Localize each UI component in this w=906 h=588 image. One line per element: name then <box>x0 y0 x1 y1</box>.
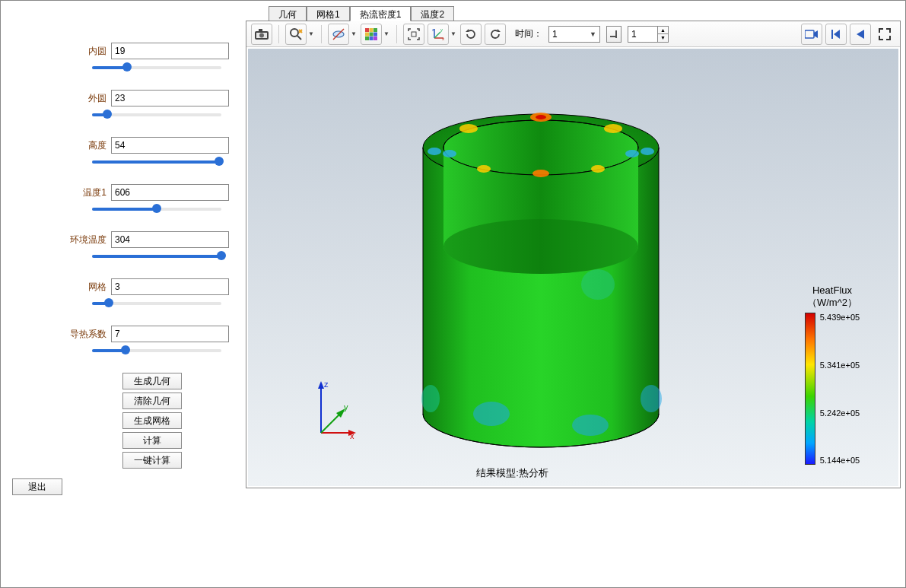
svg-line-22 <box>434 32 440 38</box>
svg-point-45 <box>581 269 615 300</box>
clear-geometry-button[interactable]: 清除几何 <box>122 393 182 409</box>
svg-point-39 <box>641 148 654 155</box>
record-icon[interactable] <box>801 24 822 45</box>
step-spinner[interactable]: 1 ▲▼ <box>628 26 669 43</box>
action-buttons: 生成几何 清除几何 生成网格 计算 一键计算 <box>8 373 237 469</box>
zoom-dropdown[interactable]: ▼ <box>307 24 315 45</box>
heatflux-model <box>408 87 674 459</box>
render-style-dropdown[interactable]: ▼ <box>383 24 390 45</box>
svg-rect-16 <box>365 37 369 40</box>
svg-rect-13 <box>365 32 369 36</box>
svg-point-43 <box>443 150 456 157</box>
param-temp1-slider[interactable] <box>92 204 221 215</box>
svg-rect-17 <box>370 37 374 40</box>
param-outer-input[interactable] <box>111 90 229 106</box>
one-click-compute-button[interactable]: 一键计算 <box>122 452 182 469</box>
chevron-down-icon: ▼ <box>590 30 596 38</box>
param-conduct-slider[interactable] <box>92 345 221 356</box>
param-height: 高度 <box>8 137 237 154</box>
tab-mesh1[interactable]: 网格1 <box>307 6 350 21</box>
step-up-icon[interactable]: ▲ <box>658 27 668 35</box>
svg-rect-12 <box>374 28 377 32</box>
viewport[interactable]: z y x HeatFlux （W/m^2） 5.439e+05 <box>248 49 898 486</box>
param-height-input[interactable] <box>111 137 229 154</box>
svg-rect-18 <box>374 37 377 40</box>
axis-view-dropdown[interactable]: ▼ <box>450 24 457 45</box>
svg-point-44 <box>625 150 639 157</box>
axis-z-label: z <box>324 380 329 389</box>
param-conduct: 导热系数 <box>8 326 237 342</box>
param-ambient-label: 环境温度 <box>65 234 111 246</box>
clip-plane-icon[interactable] <box>328 24 349 45</box>
param-temp1-input[interactable] <box>111 184 229 201</box>
rotate-ccw-icon[interactable] <box>485 24 506 45</box>
legend-colorbar <box>805 313 815 465</box>
svg-rect-10 <box>365 28 369 32</box>
clip-plane-dropdown[interactable]: ▼ <box>350 24 358 45</box>
svg-rect-27 <box>610 36 617 37</box>
param-conduct-input[interactable] <box>111 326 229 342</box>
render-style-icon[interactable] <box>361 24 382 45</box>
param-inner: 内圆 <box>8 43 237 59</box>
viewport-toolbar: ▼ ▼ ▼ yzx <box>246 21 900 47</box>
tab-geometry[interactable]: 几何 <box>269 6 307 21</box>
generate-geometry-button[interactable]: 生成几何 <box>122 373 182 389</box>
step-value: 1 <box>631 29 637 40</box>
time-select[interactable]: 1 ▼ <box>548 26 600 43</box>
legend-title: HeatFlux （W/m^2） <box>783 284 882 308</box>
svg-marker-51 <box>318 381 324 389</box>
tab-heatflux1[interactable]: 热流密度1 <box>350 6 412 21</box>
time-end-button[interactable] <box>606 26 621 43</box>
axis-view-icon[interactable]: yzx <box>428 24 449 45</box>
exit-button[interactable]: 退出 <box>12 478 62 495</box>
axis-y-label: y <box>344 402 348 412</box>
play-reverse-icon[interactable] <box>850 24 871 45</box>
param-mesh-label: 网格 <box>65 281 111 294</box>
param-temp1: 温度1 <box>8 184 237 201</box>
svg-point-48 <box>641 385 662 412</box>
param-mesh: 网格 <box>8 278 237 295</box>
param-mesh-slider[interactable] <box>92 298 221 309</box>
param-conduct-label: 导热系数 <box>65 328 111 341</box>
rotate-cw-icon[interactable] <box>460 24 482 45</box>
time-select-value: 1 <box>552 29 558 40</box>
param-ambient-input[interactable] <box>111 231 229 248</box>
param-inner-input[interactable] <box>111 43 229 59</box>
svg-point-38 <box>428 148 441 155</box>
skip-start-icon[interactable] <box>825 24 847 45</box>
svg-point-37 <box>604 124 622 133</box>
svg-rect-14 <box>370 32 374 36</box>
param-inner-label: 内圆 <box>65 45 111 58</box>
svg-point-4 <box>291 29 298 37</box>
param-ambient: 环境温度 <box>8 231 237 248</box>
svg-rect-29 <box>831 30 833 39</box>
zoom-icon[interactable] <box>285 24 307 45</box>
legend-ticks: 5.439e+05 5.341e+05 5.242e+05 5.144e+05 <box>820 313 860 465</box>
tab-temp2[interactable]: 温度2 <box>411 6 454 21</box>
param-temp1-label: 温度1 <box>65 186 111 199</box>
time-label: 时间： <box>515 27 542 40</box>
svg-point-32 <box>443 219 638 274</box>
param-inner-slider[interactable] <box>92 62 221 73</box>
snapshot-icon[interactable] <box>251 24 272 45</box>
step-down-icon[interactable]: ▼ <box>658 34 668 42</box>
svg-point-41 <box>477 165 491 173</box>
param-height-slider[interactable] <box>92 157 221 167</box>
app-window: 内圆 外圆 高度 温度1 环境温度 <box>0 0 906 588</box>
param-outer: 外圆 <box>8 90 237 106</box>
result-tabs: 几何 网格1 热流密度1 温度2 <box>269 5 901 21</box>
param-outer-slider[interactable] <box>92 110 221 120</box>
compute-button[interactable]: 计算 <box>122 432 182 449</box>
svg-rect-19 <box>412 32 416 37</box>
axis-x-label: x <box>350 431 354 440</box>
fit-view-icon[interactable] <box>403 24 424 45</box>
param-mesh-input[interactable] <box>111 278 229 295</box>
generate-mesh-button[interactable]: 生成网格 <box>122 412 182 429</box>
svg-rect-11 <box>370 28 374 32</box>
color-legend: HeatFlux （W/m^2） 5.439e+05 5.341e+05 5.2… <box>783 284 882 465</box>
svg-rect-15 <box>374 32 377 36</box>
param-outer-label: 外圆 <box>65 92 111 105</box>
expand-icon[interactable] <box>874 24 895 45</box>
param-ambient-slider[interactable] <box>92 251 221 262</box>
svg-point-47 <box>572 415 609 436</box>
